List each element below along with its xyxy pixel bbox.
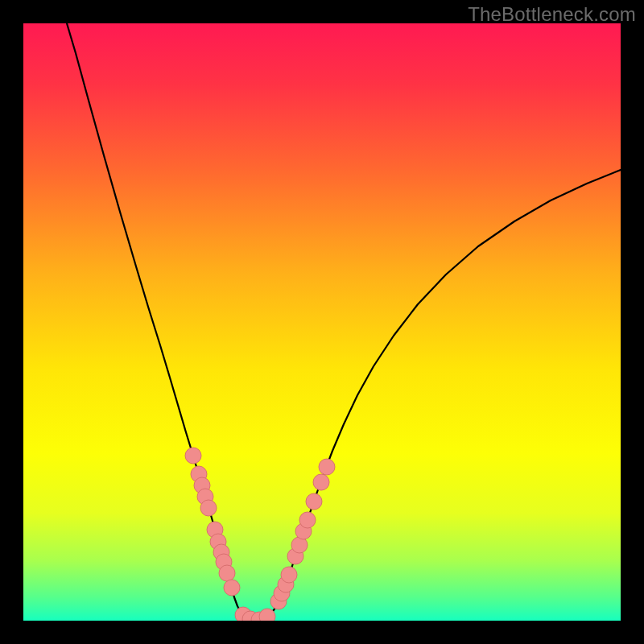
cluster-dot [259,609,275,621]
cluster-dot [299,512,316,528]
cluster-dot [319,459,335,475]
gradient-background [23,23,621,621]
plot-area [23,23,621,621]
cluster-dot [219,565,235,581]
cluster-dot [306,493,322,510]
outer-frame: TheBottleneck.com [0,0,644,644]
cluster-dot [185,448,201,464]
cluster-dot [313,474,329,490]
chart-svg [23,23,621,621]
cluster-dot [224,580,240,596]
cluster-dot [281,567,297,583]
cluster-dot [200,500,217,516]
watermark-text: TheBottleneck.com [468,3,636,26]
